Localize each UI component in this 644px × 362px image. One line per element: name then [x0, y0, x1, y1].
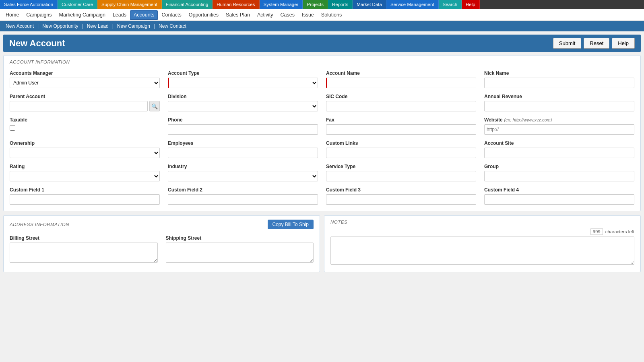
- reset-button[interactable]: Reset: [584, 38, 609, 49]
- custom-links-group: Custom Links: [326, 140, 476, 158]
- parent-account-input[interactable]: [10, 101, 148, 111]
- division-select[interactable]: [168, 101, 318, 111]
- industry-label: Industry: [168, 164, 318, 169]
- nav-service[interactable]: Service Management: [386, 0, 439, 9]
- billing-street-label: Billing Street: [10, 235, 158, 241]
- submit-button[interactable]: Submit: [553, 38, 581, 49]
- notes-textarea[interactable]: [330, 237, 634, 265]
- subnav-new-campaign[interactable]: New Campaign: [116, 23, 152, 29]
- account-info-body: Accounts Manager Admin User Account Type…: [4, 66, 640, 211]
- group-label: Group: [484, 164, 634, 169]
- account-info-title: ACCOUNT INFORMATION: [4, 56, 640, 66]
- nav-reports[interactable]: Reports: [328, 0, 353, 9]
- billing-street-group: Billing Street: [10, 235, 158, 263]
- nav-sales-force[interactable]: Sales Force Automation: [0, 0, 58, 9]
- page-header: New Account Submit Reset Help: [3, 35, 641, 52]
- tab-solutions[interactable]: Solutions: [318, 10, 345, 20]
- second-nav: Home Campaigns Marketing Campaign Leads …: [0, 9, 644, 21]
- nav-market-data[interactable]: Market Data: [353, 0, 386, 9]
- custom-links-label: Custom Links: [326, 140, 476, 146]
- third-nav: New Account | New Opportunity | New Lead…: [0, 21, 644, 31]
- custom-field-3-input[interactable]: [326, 194, 476, 205]
- page-title: New Account: [9, 38, 65, 49]
- nav-help[interactable]: Help: [462, 0, 480, 9]
- tab-cases[interactable]: Cases: [277, 10, 298, 20]
- subnav-new-opportunity[interactable]: New Opportunity: [41, 23, 80, 29]
- copy-bill-to-ship-button[interactable]: Copy Bill To Ship: [268, 220, 314, 229]
- chars-count: 999: [590, 228, 603, 235]
- tab-accounts[interactable]: Accounts: [130, 10, 158, 20]
- taxable-checkbox[interactable]: [10, 125, 15, 131]
- subnav-sep3: |: [112, 23, 114, 29]
- account-info-panel: ACCOUNT INFORMATION Accounts Manager Adm…: [3, 55, 641, 211]
- custom-field-4-group: Custom Field 4: [484, 187, 634, 205]
- tab-contacts[interactable]: Contacts: [158, 10, 185, 20]
- subnav-new-lead[interactable]: New Lead: [85, 23, 110, 29]
- custom-field-1-group: Custom Field 1: [10, 187, 160, 205]
- ownership-select[interactable]: [10, 148, 160, 158]
- parent-account-search-button[interactable]: 🔍: [149, 101, 160, 111]
- group-input[interactable]: [484, 171, 634, 181]
- custom-field-2-group: Custom Field 2: [168, 187, 318, 205]
- accounts-manager-group: Accounts Manager Admin User: [10, 70, 160, 88]
- service-type-input[interactable]: [326, 171, 476, 181]
- tab-home[interactable]: Home: [2, 10, 23, 20]
- annual-revenue-label: Annual Revenue: [484, 94, 634, 99]
- nav-customer-care[interactable]: Customer Care: [58, 0, 97, 9]
- nav-supply-chain[interactable]: Supply Chain Management: [97, 0, 162, 9]
- subnav-new-account[interactable]: New Account: [4, 23, 35, 29]
- tab-marketing-campaign[interactable]: Marketing Campaign: [56, 10, 109, 20]
- account-type-group: Account Type: [168, 70, 318, 88]
- taxable-group: Taxable: [10, 117, 160, 135]
- nav-system[interactable]: System Manager: [260, 0, 303, 9]
- custom-field-1-input[interactable]: [10, 194, 160, 205]
- custom-field-3-label: Custom Field 3: [326, 187, 476, 193]
- nick-name-input[interactable]: [484, 78, 634, 88]
- billing-street-textarea[interactable]: [10, 243, 158, 263]
- subnav-new-contact[interactable]: New Contact: [157, 23, 188, 29]
- tab-opportunities[interactable]: Opportunities: [185, 10, 222, 20]
- tab-leads[interactable]: Leads: [109, 10, 130, 20]
- account-type-label: Account Type: [168, 70, 318, 76]
- tab-sales-plan[interactable]: Sales Plan: [222, 10, 254, 20]
- tab-campaigns[interactable]: Campaigns: [23, 10, 55, 20]
- custom-links-input[interactable]: [326, 148, 476, 158]
- annual-revenue-input[interactable]: [484, 101, 634, 111]
- phone-input[interactable]: [168, 124, 318, 135]
- custom-field-2-label: Custom Field 2: [168, 187, 318, 193]
- account-name-input[interactable]: [326, 78, 476, 88]
- accounts-manager-select[interactable]: Admin User: [10, 78, 160, 88]
- industry-select[interactable]: [168, 171, 318, 181]
- shipping-street-textarea[interactable]: [166, 243, 314, 263]
- taxable-checkbox-container: [10, 125, 160, 131]
- account-site-input[interactable]: [484, 148, 634, 158]
- tab-activity[interactable]: Activity: [254, 10, 277, 20]
- sic-code-input[interactable]: [326, 101, 476, 111]
- nav-search[interactable]: Search: [439, 0, 462, 9]
- employees-input[interactable]: [168, 148, 318, 158]
- tab-issue[interactable]: Issue: [298, 10, 318, 20]
- fax-input[interactable]: [326, 124, 476, 135]
- custom-field-2-input[interactable]: [168, 194, 318, 205]
- help-button[interactable]: Help: [612, 38, 635, 49]
- website-input[interactable]: [484, 124, 634, 135]
- account-site-group: Account Site: [484, 140, 634, 158]
- bottom-sections: ADDRESS INFORMATION Copy Bill To Ship Bi…: [3, 215, 641, 276]
- nav-projects[interactable]: Projects: [303, 0, 328, 9]
- subnav-sep1: |: [37, 23, 39, 29]
- nav-financial[interactable]: Financial Accounting: [162, 0, 213, 9]
- nav-hr[interactable]: Human Resources: [213, 0, 259, 9]
- sic-code-label: SIC Code: [326, 94, 476, 99]
- rating-select[interactable]: [10, 171, 160, 181]
- fax-group: Fax: [326, 117, 476, 135]
- content: ACCOUNT INFORMATION Accounts Manager Adm…: [3, 55, 641, 276]
- custom-field-4-input[interactable]: [484, 194, 634, 205]
- search-icon: 🔍: [151, 103, 158, 109]
- account-name-label: Account Name: [326, 70, 476, 76]
- chars-left-label: characters left: [605, 229, 634, 234]
- sic-code-group: SIC Code: [326, 94, 476, 111]
- account-name-group: Account Name: [326, 70, 476, 88]
- address-info-title: ADDRESS INFORMATION: [10, 222, 69, 227]
- account-type-select[interactable]: [168, 78, 318, 88]
- parent-account-input-wrapper: 🔍: [10, 101, 160, 111]
